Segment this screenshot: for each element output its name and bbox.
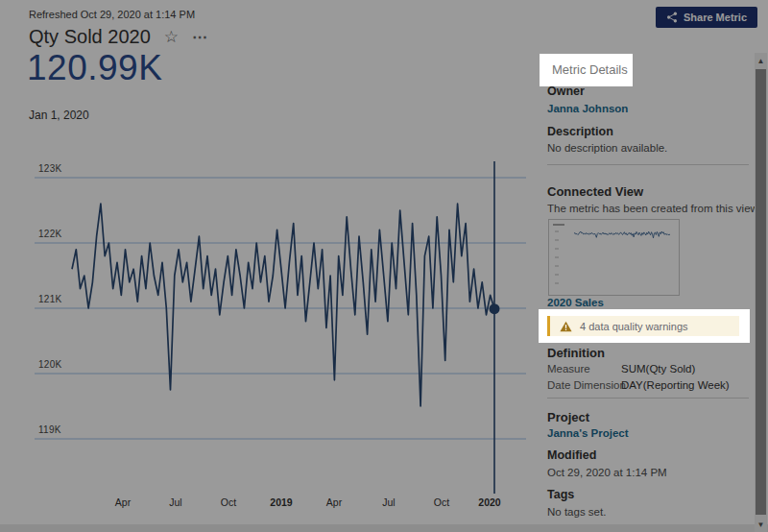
warning-text: 4 data quality warnings <box>580 321 688 332</box>
highlight-data-quality-warning: 4 data quality warnings <box>539 309 750 343</box>
metric-details-page: Refreshed Oct 29, 2020 at 1:14 PM Share … <box>0 0 768 532</box>
sidebar-scrollbar[interactable]: ▲ ▼ <box>755 53 767 532</box>
chevron-up-icon[interactable]: ▲ <box>755 53 767 68</box>
tags-heading: Tags <box>547 488 574 501</box>
divider <box>547 398 749 399</box>
x-tick-label: Apr <box>115 496 131 508</box>
project-heading: Project <box>547 410 589 424</box>
current-value-dot[interactable] <box>490 303 500 314</box>
y-tick-label: 123K <box>38 163 62 174</box>
owner-heading: Owner <box>547 85 585 98</box>
measure-label: Measure <box>547 363 590 375</box>
modified-heading: Modified <box>547 448 596 462</box>
metric-line <box>72 204 494 406</box>
x-tick-label: Jul <box>169 496 181 508</box>
connected-view-text: The metric has been created from this vi… <box>547 203 761 214</box>
timeline-svg <box>0 0 538 532</box>
project-link[interactable]: Janna's Project <box>547 427 629 439</box>
owner-link[interactable]: Janna Johnson <box>547 103 628 114</box>
x-tick-label: Jul <box>382 496 395 508</box>
connected-view-link[interactable]: 2020 Sales <box>547 297 604 308</box>
metric-details-title: Metric Details <box>552 62 628 77</box>
tags-text: No tags set. <box>547 506 606 518</box>
highlight-metric-details: Metric Details <box>540 54 633 86</box>
x-tick-label: Oct <box>221 496 236 508</box>
chevron-down-icon[interactable]: ▼ <box>755 517 767 532</box>
share-icon <box>666 12 678 23</box>
description-heading: Description <box>547 125 613 138</box>
description-text: No description available. <box>547 142 667 154</box>
measure-value: SUM(Qty Sold) <box>621 363 695 375</box>
data-quality-warning-banner[interactable]: 4 data quality warnings <box>547 316 739 336</box>
x-tick-label: 2020 <box>478 496 500 508</box>
x-tick-label: 2019 <box>270 496 292 508</box>
bottom-strip <box>0 524 768 532</box>
connected-view-thumbnail[interactable] <box>548 219 680 296</box>
y-tick-label: 121K <box>38 294 62 304</box>
warning-triangle-icon <box>560 321 572 332</box>
divider <box>547 164 749 165</box>
y-tick-label: 119K <box>38 424 61 435</box>
date-dimension-value: DAY(Reporting Week) <box>621 379 730 391</box>
x-tick-label: Oct <box>434 496 449 508</box>
x-tick-label: Apr <box>326 496 342 508</box>
connected-view-heading: Connected View <box>547 184 643 199</box>
thumbnail-sparkline <box>549 220 677 293</box>
definition-heading: Definition <box>547 346 605 360</box>
scrollbar-thumb[interactable] <box>756 69 766 515</box>
date-dimension-label: Date Dimension <box>547 379 626 391</box>
modified-text: Oct 29, 2020 at 1:14 PM <box>547 467 667 478</box>
chart-gridlines <box>35 178 526 439</box>
share-metric-label: Share Metric <box>684 12 747 23</box>
share-metric-button[interactable]: Share Metric <box>656 7 757 28</box>
y-tick-label: 120K <box>38 359 62 370</box>
metric-timeline-chart[interactable]: 123K122K121K120K119K AprJulOct2019AprJul… <box>0 0 538 532</box>
y-tick-label: 122K <box>38 229 62 239</box>
